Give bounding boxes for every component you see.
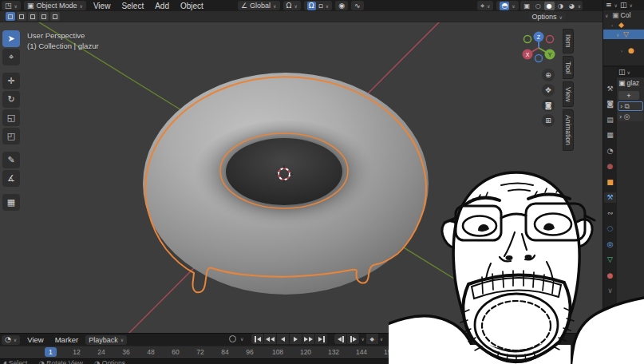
select-mode-set-button[interactable] <box>6 12 15 21</box>
modifier-row-shrinkwrap[interactable]: › ◎ <box>618 112 643 121</box>
shading-wireframe-button[interactable]: ○ <box>533 2 543 10</box>
tab-material-icon[interactable]: ● <box>604 270 616 280</box>
tab-constraints-icon[interactable]: ∾ <box>604 208 616 218</box>
tab-render-icon[interactable]: ◙ <box>604 99 616 109</box>
timeline-ruler[interactable]: 1 12 24 36 48 60 72 84 96 108 120 132 14… <box>0 346 603 358</box>
tab-world-icon[interactable]: ● <box>604 161 616 172</box>
tool-cursor[interactable]: ⌖ <box>2 49 20 65</box>
select-mode-subtract-button[interactable] <box>28 12 38 21</box>
tool-transform[interactable]: ◰ <box>2 128 20 144</box>
expand-icon[interactable]: ∨ <box>616 32 622 38</box>
viewport-3d[interactable]: User Perspective (1) Collection | glazur… <box>0 22 603 333</box>
falloff-dropdown[interactable]: ∿ <box>351 1 364 10</box>
zoom-icon[interactable]: ⊕ <box>542 69 555 81</box>
tab-scene-icon[interactable]: ◔ <box>604 145 616 156</box>
next-keyframe-button[interactable] <box>302 334 314 344</box>
mesh-data-icon: ▽ <box>623 31 629 38</box>
outliner-row-selected[interactable]: ∨ ▽ <box>603 30 644 39</box>
prev-keyframe-button[interactable] <box>264 334 276 344</box>
proportional-editing-toggle[interactable]: ◉ <box>335 1 348 10</box>
editor-type-button[interactable]: ◳ ∨ <box>2 1 21 10</box>
tabs-more-chevron-icon[interactable]: ∨ <box>604 286 616 296</box>
shading-solid-button[interactable]: ● <box>544 2 555 10</box>
shading-material-button[interactable]: ◑ <box>555 2 566 10</box>
expand-icon[interactable]: › <box>620 102 622 110</box>
tab-tool-icon[interactable]: ⚒ <box>604 83 616 93</box>
select-mode-intersect-button[interactable] <box>50 12 60 21</box>
tab-animation[interactable]: Animation <box>563 109 574 151</box>
timeline-editor: ◔ ∨ View Marker Playback ∨ ∨ <box>0 333 603 358</box>
tab-particles-icon[interactable]: ◌ <box>604 224 616 234</box>
timeline-menu-view[interactable]: View <box>22 335 49 344</box>
tab-object-data-icon[interactable]: ▽ <box>604 255 616 265</box>
timeline-menu-playback[interactable]: Playback ∨ <box>85 335 127 345</box>
outliner-row-object[interactable]: › ◆ <box>603 20 644 30</box>
axis-neg-y-handle[interactable] <box>524 36 531 43</box>
donut-object[interactable] <box>143 73 429 295</box>
show-overlays-dropdown[interactable]: ◓ ∨ <box>496 1 518 10</box>
prev-frame-button[interactable] <box>334 334 346 344</box>
navigation-gizmo[interactable]: Z X Y <box>520 29 558 67</box>
keying-set-button[interactable]: ◆ <box>366 334 378 344</box>
camera-view-icon[interactable]: ◙ <box>542 99 555 112</box>
select-mode-invert-button[interactable] <box>39 12 49 21</box>
tool-measure[interactable]: ∡ <box>2 170 20 187</box>
add-modifier-button[interactable]: + <box>618 91 639 100</box>
tab-view-layer-icon[interactable]: ▦ <box>604 130 616 140</box>
play-reverse-button[interactable] <box>277 334 289 344</box>
properties-breadcrumb: ▣ glaz <box>617 77 644 89</box>
properties-editor-icon[interactable]: ◫ <box>618 69 626 76</box>
properties-tab-strip: ⚒ ◙ ▤ ▦ ◔ ● ■ ⚒ ∾ ◌ ◎ ▽ ● ∨ <box>603 67 617 364</box>
expand-icon[interactable]: › <box>619 113 622 121</box>
tab-item[interactable]: Item <box>563 29 574 53</box>
outliner-row-collection[interactable]: ∨ ▣ Col <box>603 10 644 20</box>
tool-move[interactable]: ✛ <box>2 73 20 89</box>
perspective-toggle-icon[interactable]: ⊞ <box>542 114 555 127</box>
tool-rotate[interactable]: ↻ <box>2 91 20 108</box>
menu-object[interactable]: Object <box>175 2 209 10</box>
timeline-menu-marker[interactable]: Marker <box>49 335 85 344</box>
mode-dropdown[interactable]: ▣ Object Mode ∨ <box>24 1 86 10</box>
timeline-editor-type-button[interactable]: ◔ ∨ <box>2 335 20 345</box>
menu-view[interactable]: View <box>88 2 117 10</box>
shading-rendered-button[interactable]: ◕ <box>567 2 577 10</box>
menu-select[interactable]: Select <box>116 2 149 10</box>
tab-physics-icon[interactable]: ◎ <box>604 239 616 249</box>
frame-tick: 132 <box>328 348 339 356</box>
play-button[interactable] <box>290 334 302 344</box>
axis-neg-z-handle[interactable] <box>535 55 543 62</box>
axis-neg-x-handle[interactable] <box>547 36 554 43</box>
tab-view[interactable]: View <box>563 81 574 107</box>
snap-toggle[interactable]: Ω ▫ ∨ <box>304 1 332 10</box>
xray-toggle[interactable]: ▣ <box>522 2 532 10</box>
show-gizmos-dropdown[interactable]: ⌖ ∨ <box>477 1 493 10</box>
modifier-row-subdivision[interactable]: › ⧉ <box>618 101 643 111</box>
snap-settings-dropdown[interactable]: Ω ∨ <box>283 1 301 10</box>
tool-select-box[interactable]: ➤ <box>2 30 20 47</box>
jump-to-end-button[interactable] <box>315 334 327 344</box>
jump-to-start-button[interactable] <box>251 334 263 344</box>
tool-add-cube[interactable]: ▦ <box>2 194 20 211</box>
outliner-row-child[interactable]: › ● <box>603 46 644 55</box>
expand-icon[interactable]: ∨ <box>605 13 610 18</box>
tool-scale[interactable]: ◱ <box>2 109 20 126</box>
transform-orientation-dropdown[interactable]: ∠ Global ∨ <box>238 1 280 10</box>
playhead-current-frame[interactable]: 1 <box>45 347 57 357</box>
tool-annotate[interactable]: ✎ <box>2 152 20 168</box>
auto-keying-toggle[interactable] <box>227 334 239 344</box>
tab-tool[interactable]: Tool <box>563 56 574 80</box>
tab-object-icon[interactable]: ■ <box>604 176 616 187</box>
select-extend-icon <box>19 14 24 19</box>
options-dropdown[interactable]: Options ∨ <box>529 12 566 22</box>
expand-icon[interactable]: › <box>611 22 617 28</box>
pan-hand-icon[interactable]: ✥ <box>542 84 555 97</box>
keyframe-icon: ◆ <box>370 336 374 342</box>
tab-output-icon[interactable]: ▤ <box>604 114 616 125</box>
select-mode-extend-button[interactable] <box>17 12 26 21</box>
next-frame-button[interactable] <box>347 334 359 344</box>
filter-icon[interactable]: ≡ <box>606 2 612 9</box>
menu-add[interactable]: Add <box>149 2 175 10</box>
expand-icon[interactable]: › <box>621 48 626 53</box>
tab-modifiers-icon[interactable]: ⚒ <box>604 192 616 203</box>
display-mode-icon[interactable]: ◫ <box>620 2 627 9</box>
